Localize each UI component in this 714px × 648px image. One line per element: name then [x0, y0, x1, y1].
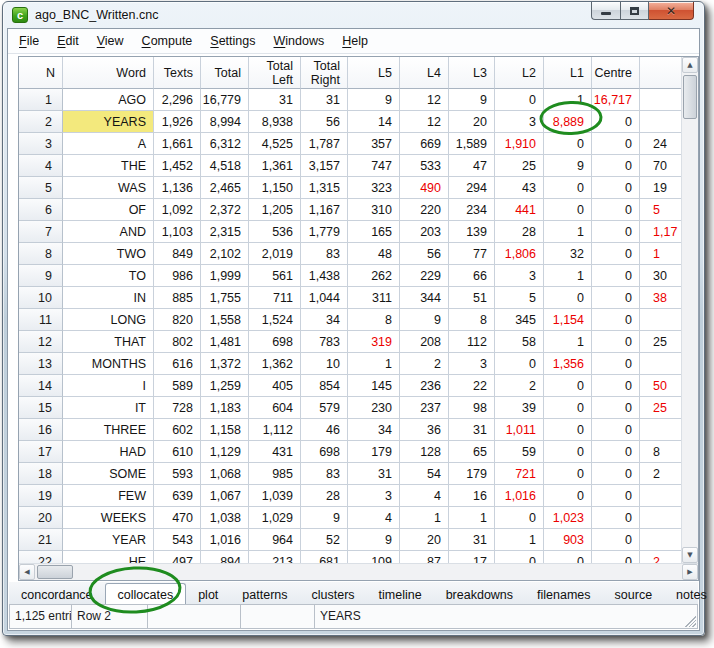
- value-cell[interactable]: 0: [544, 419, 592, 441]
- column-header-l1[interactable]: L1: [544, 57, 592, 89]
- value-cell[interactable]: [640, 309, 681, 331]
- value-cell[interactable]: 1,362: [249, 353, 301, 375]
- value-cell[interactable]: 0: [544, 375, 592, 397]
- value-cell[interactable]: 2: [640, 551, 681, 563]
- horizontal-scroll-thumb[interactable]: [37, 565, 73, 579]
- column-header-l5[interactable]: L5: [348, 57, 400, 89]
- value-cell[interactable]: 0: [592, 199, 640, 221]
- resize-grip[interactable]: [683, 614, 696, 627]
- value-cell[interactable]: 229: [400, 265, 449, 287]
- value-cell[interactable]: 747: [348, 155, 400, 177]
- value-cell[interactable]: 0: [592, 419, 640, 441]
- value-cell[interactable]: 16,717: [592, 89, 640, 111]
- value-cell[interactable]: 1,558: [201, 309, 249, 331]
- value-cell[interactable]: 4: [348, 507, 400, 529]
- row-number[interactable]: 5: [19, 177, 63, 199]
- value-cell[interactable]: 1,103: [154, 221, 201, 243]
- value-cell[interactable]: 0: [544, 485, 592, 507]
- value-cell[interactable]: 1,438: [301, 265, 348, 287]
- value-cell[interactable]: 48: [348, 243, 400, 265]
- value-cell[interactable]: 25: [495, 155, 544, 177]
- value-cell[interactable]: 604: [249, 397, 301, 419]
- value-cell[interactable]: 783: [301, 331, 348, 353]
- scroll-up-button[interactable]: ▲: [682, 57, 698, 73]
- value-cell[interactable]: 203: [400, 221, 449, 243]
- value-cell[interactable]: 405: [249, 375, 301, 397]
- value-cell[interactable]: 3: [495, 111, 544, 133]
- table-row-ago[interactable]: 1AGO2,29616,779313191290116,717: [19, 89, 681, 111]
- value-cell[interactable]: 0: [592, 353, 640, 375]
- value-cell[interactable]: 8: [640, 441, 681, 463]
- value-cell[interactable]: 51: [449, 287, 495, 309]
- value-cell[interactable]: [640, 111, 681, 133]
- value-cell[interactable]: 220: [400, 199, 449, 221]
- value-cell[interactable]: 25: [640, 397, 681, 419]
- value-cell[interactable]: 2,102: [201, 243, 249, 265]
- value-cell[interactable]: 357: [348, 133, 400, 155]
- value-cell[interactable]: 0: [592, 485, 640, 507]
- value-cell[interactable]: 0: [592, 243, 640, 265]
- column-header-centre[interactable]: Centre: [592, 57, 640, 89]
- column-header-r1[interactable]: [640, 57, 681, 89]
- word-cell[interactable]: WAS: [63, 177, 154, 199]
- value-cell[interactable]: 31: [249, 89, 301, 111]
- value-cell[interactable]: 1,092: [154, 199, 201, 221]
- row-number[interactable]: 9: [19, 265, 63, 287]
- value-cell[interactable]: 0: [592, 155, 640, 177]
- value-cell[interactable]: 54: [400, 463, 449, 485]
- table-row-some[interactable]: 18SOME5931,068985833154179721002: [19, 463, 681, 485]
- value-cell[interactable]: 802: [154, 331, 201, 353]
- value-cell[interactable]: [640, 89, 681, 111]
- value-cell[interactable]: 52: [301, 529, 348, 551]
- menu-compute[interactable]: Compute: [133, 31, 202, 51]
- row-number[interactable]: 22: [19, 551, 63, 563]
- value-cell[interactable]: 0: [544, 463, 592, 485]
- value-cell[interactable]: 344: [400, 287, 449, 309]
- value-cell[interactable]: 0: [544, 441, 592, 463]
- value-cell[interactable]: 1,011: [495, 419, 544, 441]
- value-cell[interactable]: 1,259: [201, 375, 249, 397]
- row-number[interactable]: 19: [19, 485, 63, 507]
- table-row-in[interactable]: 10IN8851,7557111,0443113445150038: [19, 287, 681, 309]
- table-row-was[interactable]: 5WAS1,1362,4651,1501,315323490294430019: [19, 177, 681, 199]
- value-cell[interactable]: 8,938: [249, 111, 301, 133]
- value-cell[interactable]: 65: [449, 441, 495, 463]
- row-number[interactable]: 17: [19, 441, 63, 463]
- value-cell[interactable]: 1: [449, 507, 495, 529]
- value-cell[interactable]: 903: [544, 529, 592, 551]
- value-cell[interactable]: 0: [544, 397, 592, 419]
- horizontal-scrollbar[interactable]: ◀ ▶: [19, 563, 698, 580]
- value-cell[interactable]: 1,154: [544, 309, 592, 331]
- value-cell[interactable]: 820: [154, 309, 201, 331]
- value-cell[interactable]: 669: [400, 133, 449, 155]
- value-cell[interactable]: 728: [154, 397, 201, 419]
- word-cell[interactable]: AND: [63, 221, 154, 243]
- value-cell[interactable]: 34: [348, 419, 400, 441]
- value-cell[interactable]: 1,205: [249, 199, 301, 221]
- value-cell[interactable]: 165: [348, 221, 400, 243]
- value-cell[interactable]: 4,518: [201, 155, 249, 177]
- value-cell[interactable]: 8: [449, 309, 495, 331]
- value-cell[interactable]: 56: [301, 111, 348, 133]
- value-cell[interactable]: 1: [640, 243, 681, 265]
- value-cell[interactable]: 56: [400, 243, 449, 265]
- value-cell[interactable]: 497: [154, 551, 201, 563]
- value-cell[interactable]: 112: [449, 331, 495, 353]
- column-header-l4[interactable]: L4: [400, 57, 449, 89]
- scroll-down-button[interactable]: ▼: [682, 547, 698, 563]
- maximize-button[interactable]: [620, 2, 649, 20]
- row-number[interactable]: 2: [19, 111, 63, 133]
- value-cell[interactable]: 9: [449, 89, 495, 111]
- scroll-left-button[interactable]: ◀: [19, 564, 35, 580]
- menu-file[interactable]: File: [10, 31, 48, 51]
- value-cell[interactable]: 698: [249, 331, 301, 353]
- row-number[interactable]: 12: [19, 331, 63, 353]
- table-row-that[interactable]: 12THAT8021,481698783319208112581025: [19, 331, 681, 353]
- table-row-a[interactable]: 3A1,6616,3124,5251,7873576691,5891,91000…: [19, 133, 681, 155]
- value-cell[interactable]: 1,452: [154, 155, 201, 177]
- word-cell[interactable]: YEAR: [63, 529, 154, 551]
- value-cell[interactable]: 0: [544, 551, 592, 563]
- menu-help[interactable]: Help: [333, 31, 377, 51]
- value-cell[interactable]: 66: [449, 265, 495, 287]
- table-row-of[interactable]: 6OF1,0922,3721,2051,167310220234441005: [19, 199, 681, 221]
